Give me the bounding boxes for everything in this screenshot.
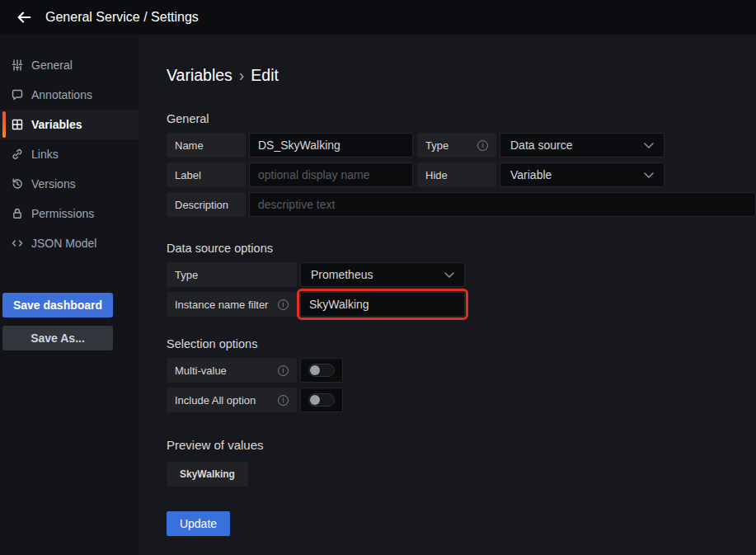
multi-value-toggle[interactable] [300, 358, 343, 383]
label-label: Label [167, 162, 246, 187]
include-all-row: Include All option i [167, 388, 756, 412]
multi-value-label: Multi-value i [167, 358, 297, 383]
toggle-track [308, 393, 335, 407]
preview-value-chip: SkyWalking [167, 462, 248, 487]
link-icon [11, 148, 24, 161]
sidebar-item-permissions[interactable]: Permissions [0, 199, 139, 228]
sidebar-item-links[interactable]: Links [0, 139, 139, 169]
sidebar-item-label: JSON Model [31, 237, 96, 250]
type-select[interactable]: Data source [500, 133, 664, 158]
chevron-down-icon [444, 272, 454, 278]
history-icon [11, 177, 24, 190]
save-as-button[interactable]: Save As... [2, 326, 113, 350]
page-header: General Service / Settings [0, 0, 756, 35]
grafana-settings-page: General Service / Settings General Annot… [0, 0, 756, 555]
grid-icon [11, 118, 24, 131]
breadcrumb: Variables›Edit [167, 66, 756, 85]
include-all-label: Include All option i [167, 388, 297, 412]
breadcrumb-page: Edit [251, 66, 279, 84]
datasource-type-label: Type [167, 262, 297, 287]
description-input[interactable] [249, 192, 756, 217]
hide-select-value: Variable [510, 168, 552, 181]
sidebar-item-label: Variables [31, 118, 82, 131]
comment-icon [11, 88, 24, 101]
toggle-track [308, 364, 335, 377]
info-icon[interactable]: i [278, 365, 289, 376]
arrow-left-icon [15, 8, 33, 26]
settings-nav: General Annotations Variables Links Vers [0, 35, 139, 555]
breadcrumb-section: Variables [167, 66, 232, 84]
sidebar-item-general[interactable]: General [0, 50, 139, 80]
datasource-type-select[interactable]: Prometheus [300, 262, 465, 287]
sidebar-item-label: Annotations [31, 88, 92, 101]
sidebar-item-annotations[interactable]: Annotations [0, 80, 139, 110]
description-row: Description [167, 192, 756, 217]
hide-label: Hide [417, 162, 496, 187]
breadcrumb-separator: › [239, 66, 245, 84]
sidebar-item-label: Permissions [31, 207, 94, 220]
selection-section-title: Selection options [167, 337, 756, 350]
sidebar-item-versions[interactable]: Versions [0, 169, 139, 199]
preview-section-title: Preview of values [167, 438, 756, 452]
back-button[interactable] [8, 2, 40, 33]
description-label: Description [167, 192, 246, 217]
hide-select[interactable]: Variable [500, 162, 664, 187]
datasource-type-value: Prometheus [311, 268, 373, 281]
instance-filter-label: Instance name filter i [167, 292, 297, 317]
page-title: General Service / Settings [45, 10, 199, 25]
datasource-section-title: Data source options [167, 242, 756, 255]
chevron-down-icon [644, 143, 654, 148]
general-section-title: General [167, 112, 756, 125]
info-icon[interactable]: i [278, 299, 289, 310]
annotation-highlight-box [300, 292, 465, 317]
label-hide-row: Label Hide Variable [167, 162, 756, 187]
sidebar-item-label: Links [31, 148, 59, 161]
sidebar-item-json-model[interactable]: JSON Model [0, 228, 139, 258]
info-icon[interactable]: i [278, 395, 289, 406]
lock-icon [11, 207, 24, 220]
sidebar-item-label: General [31, 59, 73, 72]
settings-content: Variables›Edit General Name Type i Data … [139, 35, 756, 555]
instance-filter-input[interactable] [300, 292, 465, 317]
name-input[interactable] [249, 133, 413, 158]
toggle-knob [310, 395, 320, 405]
toggle-knob [310, 365, 320, 375]
info-icon[interactable]: i [477, 140, 488, 151]
include-all-toggle[interactable] [300, 388, 343, 412]
update-button[interactable]: Update [167, 511, 230, 536]
type-select-value: Data source [510, 139, 572, 152]
name-type-row: Name Type i Data source [167, 133, 756, 158]
instance-filter-row: Instance name filter i [167, 292, 756, 317]
save-dashboard-button[interactable]: Save dashboard [2, 293, 113, 317]
chevron-down-icon [644, 172, 654, 178]
type-label: Type i [417, 133, 496, 158]
sliders-icon [11, 59, 24, 72]
sidebar-item-label: Versions [31, 177, 76, 190]
multi-value-row: Multi-value i [167, 358, 756, 383]
name-label: Name [167, 133, 246, 158]
code-icon [11, 237, 24, 250]
label-input[interactable] [249, 162, 413, 187]
datasource-type-row: Type Prometheus [167, 262, 756, 287]
sidebar-item-variables[interactable]: Variables [0, 110, 139, 139]
